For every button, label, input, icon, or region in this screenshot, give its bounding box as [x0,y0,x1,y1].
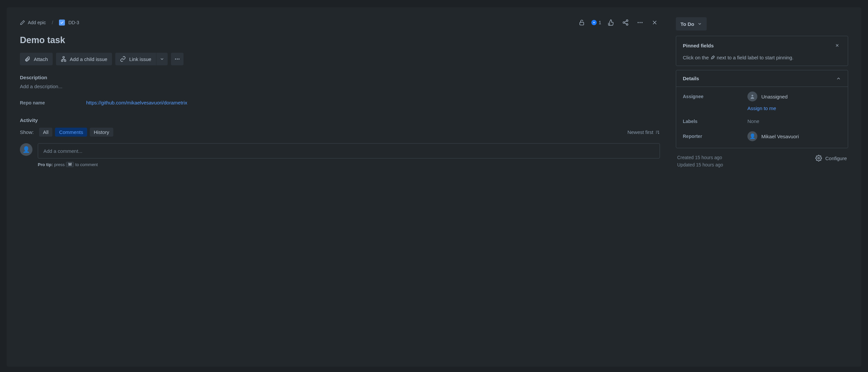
svg-point-11 [175,59,176,60]
tip-key: M [66,162,74,167]
add-epic-button[interactable]: Add epic [20,20,46,25]
activity-label: Activity [20,117,520,123]
description-field[interactable]: Add a description... [20,84,520,89]
comment-composer: 👤 [20,143,520,159]
tip-prefix: Pro tip: [38,162,53,167]
tab-comments[interactable]: Comments [55,127,87,137]
breadcrumb: Add epic / DD-3 [20,20,79,26]
more-content-button[interactable] [171,53,184,65]
svg-rect-9 [61,60,63,62]
hierarchy-icon [61,56,67,62]
user-avatar: 👤 [20,143,32,156]
pro-tip: Pro tip: press M to comment [38,162,520,167]
issue-main: Add epic / DD-3 1 [20,17,520,223]
custom-field-row: Repo name https://github.com/mikaelvesav… [20,100,520,106]
repo-name-link[interactable]: https://github.com/mikaelvesavuori/doram… [86,100,187,106]
show-label: Show: [20,129,34,135]
tip-suffix: to comment [75,162,98,167]
issue-key-text: DD-3 [68,20,79,25]
breadcrumb-row: Add epic / DD-3 1 [20,17,520,28]
svg-point-12 [177,59,178,60]
add-child-label: Add a child issue [70,56,107,62]
link-icon [120,56,126,62]
add-epic-label: Add epic [28,20,46,25]
issue-title[interactable]: Demo task [20,35,520,46]
link-issue-dropdown[interactable] [156,53,168,65]
link-issue-button[interactable]: Link issue [115,53,156,65]
breadcrumb-separator: / [50,20,54,25]
tab-history[interactable]: History [90,127,113,137]
issue-key-link[interactable]: DD-3 [59,20,79,26]
tab-all[interactable]: All [39,127,53,137]
issue-modal: Add epic / DD-3 1 [7,7,520,223]
comment-input[interactable] [38,143,520,159]
action-buttons: Attach Add a child issue Link issue [20,53,520,65]
repo-name-label: Repo name [20,100,86,106]
activity-tabs: Show: All Comments History [20,127,113,137]
dots-icon [174,56,180,62]
attach-button[interactable]: Attach [20,53,53,65]
link-issue-label: Link issue [129,56,151,62]
svg-rect-10 [64,60,66,62]
add-child-button[interactable]: Add a child issue [56,53,112,65]
paperclip-icon [25,56,30,62]
chevron-down-icon [160,57,164,61]
svg-rect-8 [63,57,64,58]
pencil-icon [20,20,25,25]
activity-controls: Show: All Comments History Newest first [20,127,520,137]
task-type-icon [59,20,65,26]
tip-press: press [54,162,65,167]
link-issue-group: Link issue [115,53,168,65]
attach-label: Attach [34,56,48,62]
description-label: Description [20,75,520,80]
svg-point-13 [178,59,179,60]
